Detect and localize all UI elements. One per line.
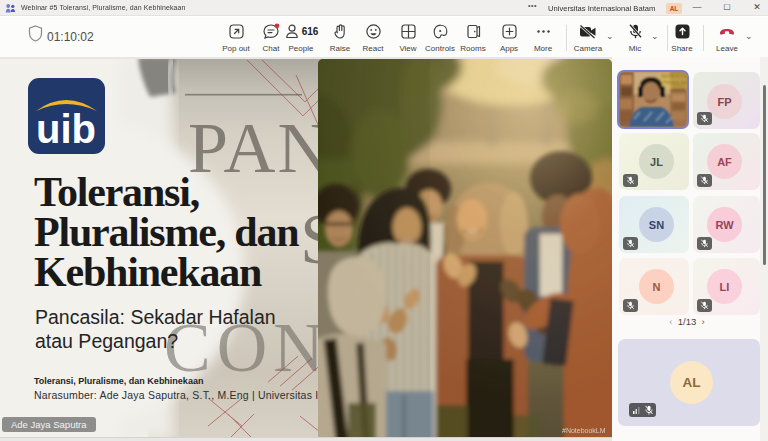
svg-text:uib: uib <box>36 107 96 151</box>
svg-text:Peluang dan: Peluang dan <box>663 80 687 85</box>
svg-text:BERBINCANG: BERBINCANG <box>661 74 687 79</box>
